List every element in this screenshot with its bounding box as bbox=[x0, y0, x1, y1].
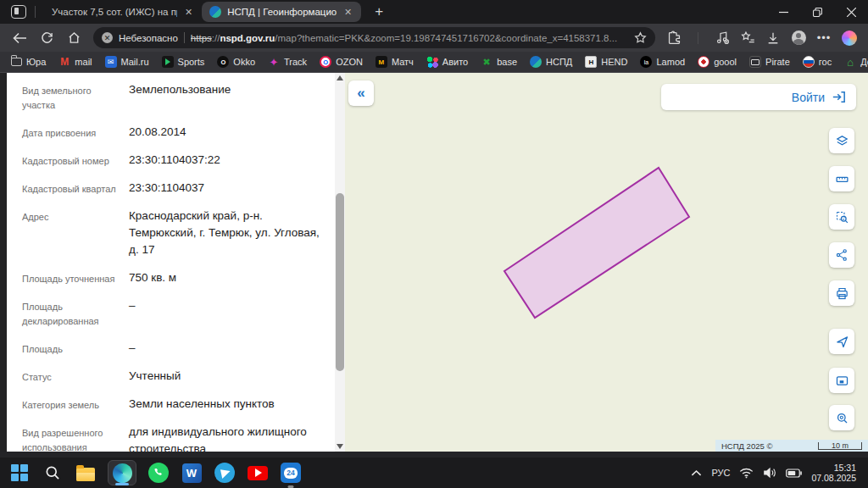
desktop-screen: Участок 7,5 сот. (ИЖС) на прода ✕ НСПД |… bbox=[0, 0, 868, 488]
divider bbox=[698, 32, 698, 44]
copilot-icon[interactable] bbox=[839, 28, 860, 48]
taskbar-search-button[interactable] bbox=[42, 461, 64, 485]
battery-icon[interactable] bbox=[786, 469, 802, 478]
bookmark-base[interactable]: ✖base bbox=[478, 54, 520, 69]
volume-icon[interactable] bbox=[763, 467, 776, 479]
tab-nspd-active[interactable]: НСПД | Геоинформационный по ✕ bbox=[202, 2, 361, 22]
media-controls-icon[interactable] bbox=[712, 28, 732, 48]
downloads-icon[interactable] bbox=[763, 28, 783, 48]
bookmark-pirate[interactable]: Pirate bbox=[747, 54, 793, 69]
bookmark-goool[interactable]: goool bbox=[695, 54, 739, 69]
object-search-button[interactable] bbox=[829, 405, 854, 430]
profile-avatar[interactable] bbox=[788, 28, 809, 48]
bookmark-avito[interactable]: Авито bbox=[424, 54, 470, 69]
panel-scrollbar[interactable] bbox=[335, 73, 345, 452]
ruler-icon bbox=[835, 172, 849, 186]
field-label: Площадь bbox=[22, 340, 119, 357]
url-text[interactable]: https://nspd.gov.ru/map?thematic=PKK&zoo… bbox=[191, 33, 628, 43]
scroll-down-icon[interactable] bbox=[337, 444, 343, 449]
home-icon[interactable] bbox=[63, 27, 85, 49]
wifi-icon[interactable] bbox=[739, 468, 754, 479]
map-layer bbox=[345, 73, 868, 452]
info-row: Площадь декларированная– bbox=[22, 297, 325, 329]
tab-listing[interactable]: Участок 7,5 сот. (ИЖС) на прода ✕ bbox=[44, 2, 202, 22]
not-secure-icon[interactable]: ✕ bbox=[102, 32, 113, 43]
bookmark-sports[interactable]: Sports bbox=[159, 54, 208, 69]
reload-icon[interactable] bbox=[36, 27, 58, 49]
tray-chevron-icon[interactable] bbox=[691, 469, 702, 477]
gosuslugi-icon bbox=[803, 56, 815, 68]
address-bar[interactable]: ✕ Небезопасно https://nspd.gov.ru/map?th… bbox=[93, 27, 655, 48]
bitrix24-icon: 24 bbox=[281, 463, 301, 483]
login-label[interactable]: Войти bbox=[792, 91, 825, 104]
divider bbox=[184, 32, 185, 43]
print-icon bbox=[835, 286, 849, 301]
okko-icon: O bbox=[217, 56, 229, 68]
bitrix24-button[interactable]: 24 bbox=[280, 461, 302, 485]
minimize-button[interactable] bbox=[766, 0, 800, 24]
base-icon: ✖ bbox=[481, 56, 492, 68]
tab-actions-icon[interactable] bbox=[11, 5, 26, 19]
security-label[interactable]: Небезопасно bbox=[119, 33, 178, 43]
print-button[interactable] bbox=[829, 280, 854, 306]
tab-close-icon[interactable]: ✕ bbox=[183, 7, 194, 18]
edge-browser-button[interactable] bbox=[108, 460, 136, 485]
favorite-star-icon[interactable] bbox=[634, 31, 647, 44]
bookmark-gos[interactable]: гос bbox=[800, 54, 834, 69]
settings-more-icon[interactable]: ••• bbox=[814, 28, 834, 48]
bookmark-yura[interactable]: Юра bbox=[8, 55, 48, 69]
start-button[interactable] bbox=[8, 461, 31, 485]
youtube-button[interactable] bbox=[247, 461, 269, 485]
favorites-icon[interactable] bbox=[737, 28, 758, 48]
area-select-search-button[interactable] bbox=[829, 204, 854, 230]
tray-clock[interactable]: 15:31 07.08.2025 bbox=[811, 463, 856, 483]
bookmark-mailru[interactable]: ✉Mail.ru bbox=[103, 54, 152, 69]
minimap-button[interactable] bbox=[829, 368, 854, 393]
panel-left-edge bbox=[0, 73, 7, 452]
bookmark-track[interactable]: ✦Track bbox=[265, 54, 309, 69]
bookmark-dom[interactable]: ⌂Дом bbox=[842, 54, 868, 69]
info-row: Площадь– bbox=[22, 340, 325, 357]
mailru-icon: ✉ bbox=[105, 56, 117, 68]
info-row: Категория земельЗемли населенных пунктов bbox=[22, 396, 325, 413]
tab-close-icon[interactable]: ✕ bbox=[342, 7, 353, 18]
back-icon[interactable] bbox=[8, 27, 31, 49]
restore-button[interactable] bbox=[800, 0, 834, 24]
ruler-button[interactable] bbox=[829, 166, 854, 191]
tab-title: Участок 7,5 сот. (ИЖС) на прода bbox=[52, 7, 177, 17]
scrollbar-thumb[interactable] bbox=[336, 193, 344, 371]
share-icon bbox=[835, 248, 849, 262]
word-button[interactable]: W bbox=[181, 461, 203, 485]
url-host: nspd.gov.ru bbox=[220, 33, 275, 43]
bookmark-ozon[interactable]: OOZON bbox=[317, 54, 365, 69]
layers-button[interactable] bbox=[829, 128, 854, 153]
map-canvas[interactable]: « Войти НСПД 2025 © 10 m bbox=[345, 73, 868, 452]
bookmark-lamoda[interactable]: laLamod bbox=[637, 54, 687, 69]
bookmark-nspd[interactable]: НСПД bbox=[527, 54, 575, 69]
whatsapp-button[interactable] bbox=[147, 461, 170, 485]
bookmark-match[interactable]: MМатч bbox=[373, 54, 416, 69]
bookmark-okko[interactable]: OOkko bbox=[214, 54, 258, 69]
collapse-panel-button[interactable]: « bbox=[348, 80, 374, 106]
language-indicator[interactable]: РУС bbox=[711, 468, 730, 478]
taskbar-apps: W 24 bbox=[8, 460, 302, 485]
divider bbox=[35, 6, 36, 18]
close-button[interactable] bbox=[834, 0, 868, 24]
login-bar[interactable]: Войти bbox=[661, 84, 856, 110]
telegram-button[interactable] bbox=[214, 461, 236, 485]
field-value: Землепользование bbox=[129, 81, 325, 113]
bookmark-hend[interactable]: HHEND bbox=[582, 54, 630, 69]
cadastral-parcel-polygon[interactable] bbox=[504, 168, 689, 318]
edge-icon bbox=[113, 463, 132, 483]
tray-date: 07.08.2025 bbox=[811, 473, 856, 483]
scroll-up-icon[interactable] bbox=[337, 75, 343, 80]
field-value: – bbox=[129, 297, 325, 329]
locate-button[interactable] bbox=[829, 329, 854, 354]
field-value: 20.08.2014 bbox=[129, 124, 325, 141]
new-tab-button[interactable]: + bbox=[371, 3, 387, 20]
file-explorer-button[interactable] bbox=[75, 461, 97, 485]
extensions-icon[interactable] bbox=[664, 28, 684, 48]
info-row: АдресКраснодарский край, р-н. Темрюкский… bbox=[22, 208, 325, 258]
share-button[interactable] bbox=[829, 242, 854, 268]
bookmark-mail[interactable]: Mmail bbox=[56, 54, 94, 69]
